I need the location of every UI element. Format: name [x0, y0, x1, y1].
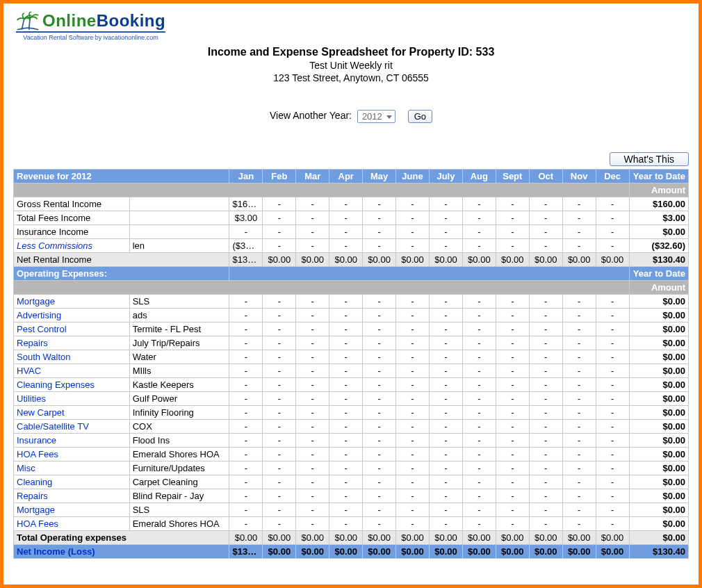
- expense-row-label[interactable]: HVAC: [14, 364, 130, 378]
- cell: -: [462, 336, 496, 350]
- cell: -: [496, 211, 529, 225]
- ytd-cell: $0.00: [629, 475, 688, 489]
- cell: -: [363, 489, 396, 503]
- cell: -: [596, 211, 629, 225]
- cell: -: [396, 406, 430, 420]
- cell: -: [396, 336, 430, 350]
- cell: -: [296, 475, 329, 489]
- expense-row-label[interactable]: Cleaning Expenses: [14, 378, 130, 392]
- expense-row-label[interactable]: South Walton: [14, 350, 130, 364]
- cell: ($32.60): [229, 239, 263, 253]
- total-operating-label: Total Operating expenses: [14, 531, 229, 545]
- cell: -: [529, 434, 562, 448]
- page-title: Income and Expense Spreadsheet for Prope…: [13, 46, 689, 58]
- cell: -: [496, 434, 529, 448]
- revenue-row-label[interactable]: Less Commissions: [14, 239, 130, 253]
- cell: $0.00: [329, 253, 363, 267]
- cell: -: [462, 420, 496, 434]
- month-header: Dec: [596, 170, 629, 183]
- whats-this-button[interactable]: What's This: [610, 152, 689, 166]
- cell: -: [462, 239, 496, 253]
- cell: -: [263, 489, 296, 503]
- cell: -: [329, 448, 363, 462]
- ytd-cell: $0.00: [629, 364, 688, 378]
- cell: -: [430, 475, 463, 489]
- amount-header: Amount: [629, 183, 688, 197]
- cell: $0.00: [396, 545, 430, 559]
- cell: -: [329, 420, 363, 434]
- expense-row-vendor: July Trip/Repairs: [129, 336, 229, 350]
- cell: -: [596, 475, 629, 489]
- cell: -: [529, 503, 562, 517]
- cell: $130.40: [229, 545, 263, 559]
- expense-row-label[interactable]: Insurance: [14, 434, 130, 448]
- ytd-header: Year to Date: [629, 267, 688, 281]
- cell: -: [430, 406, 463, 420]
- cell: -: [596, 503, 629, 517]
- expense-row-label[interactable]: New Carpet: [14, 406, 130, 420]
- cell: $0.00: [329, 545, 363, 559]
- cell: -: [396, 392, 430, 406]
- expense-row-label[interactable]: Repairs: [14, 336, 130, 350]
- expense-row-label[interactable]: HOA Fees: [14, 448, 130, 462]
- cell: -: [396, 225, 430, 239]
- expense-row-label[interactable]: Cleaning: [14, 475, 130, 489]
- cell: -: [396, 239, 430, 253]
- expense-row-label[interactable]: Misc: [14, 462, 130, 475]
- cell: -: [363, 322, 396, 336]
- cell: -: [329, 462, 363, 475]
- cell: -: [596, 462, 629, 475]
- cell: $0.00: [462, 545, 496, 559]
- cell: -: [529, 350, 562, 364]
- cell: -: [529, 475, 562, 489]
- cell: $0.00: [596, 545, 629, 559]
- cell: -: [430, 378, 463, 392]
- cell: -: [229, 434, 263, 448]
- cell: -: [562, 462, 596, 475]
- ytd-cell: $0.00: [629, 434, 688, 448]
- expense-row-label[interactable]: Utilities: [14, 392, 130, 406]
- cell: -: [329, 350, 363, 364]
- cell: -: [363, 475, 396, 489]
- cell: -: [363, 350, 396, 364]
- month-header: Jan: [229, 170, 263, 183]
- cell: -: [229, 295, 263, 309]
- ytd-cell: $0.00: [629, 462, 688, 475]
- expense-row-label[interactable]: Cable/Satellite TV: [14, 420, 130, 434]
- cell: -: [496, 378, 529, 392]
- expense-row-label[interactable]: Mortgage: [14, 295, 130, 309]
- cell: $0.00: [263, 253, 296, 267]
- cell: -: [363, 434, 396, 448]
- cell: -: [562, 392, 596, 406]
- cell: -: [462, 406, 496, 420]
- cell: -: [430, 239, 463, 253]
- expense-row-label[interactable]: HOA Fees: [14, 517, 130, 531]
- cell: -: [296, 489, 329, 503]
- expense-row-label[interactable]: Advertising: [14, 309, 130, 322]
- year-select[interactable]: 2012: [357, 110, 395, 123]
- cell: -: [363, 211, 396, 225]
- cell: -: [229, 364, 263, 378]
- cell: -: [329, 392, 363, 406]
- cell: -: [496, 309, 529, 322]
- cell: -: [462, 489, 496, 503]
- cell: -: [329, 489, 363, 503]
- go-button[interactable]: Go: [408, 110, 432, 123]
- cell: -: [229, 322, 263, 336]
- cell: -: [562, 475, 596, 489]
- cell: -: [596, 239, 629, 253]
- cell: -: [596, 406, 629, 420]
- cell: -: [462, 434, 496, 448]
- expense-row-label[interactable]: Mortgage: [14, 503, 130, 517]
- cell: -: [363, 239, 396, 253]
- cell: -: [396, 434, 430, 448]
- cell: -: [529, 392, 562, 406]
- expense-row-label[interactable]: Repairs: [14, 489, 130, 503]
- cell: -: [363, 392, 396, 406]
- cell: -: [596, 517, 629, 531]
- ytd-cell: $130.40: [629, 545, 688, 559]
- cell: -: [529, 420, 562, 434]
- month-header: Nov: [562, 170, 596, 183]
- expense-row-label[interactable]: Pest Control: [14, 322, 130, 336]
- cell: -: [263, 462, 296, 475]
